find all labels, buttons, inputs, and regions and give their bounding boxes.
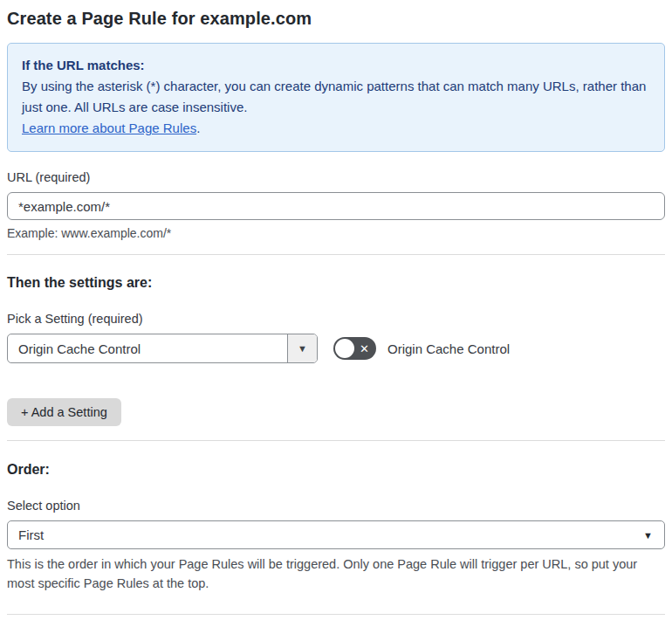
- caret-down-icon: ▼: [298, 343, 307, 354]
- settings-section-heading: Then the settings are:: [7, 275, 665, 291]
- setting-picker-row: Origin Cache Control ▼ ✕ Origin Cache Co…: [7, 334, 665, 363]
- info-box-body: By using the asterisk (*) character, you…: [22, 76, 650, 118]
- toggle-label: Origin Cache Control: [387, 341, 510, 356]
- info-box-link-line: Learn more about Page Rules.: [22, 118, 650, 139]
- url-input[interactable]: [7, 192, 665, 220]
- pick-setting-label: Pick a Setting (required): [7, 312, 665, 326]
- order-select-label: Select option: [7, 499, 665, 513]
- setting-select-value: Origin Cache Control: [8, 334, 287, 362]
- learn-more-link[interactable]: Learn more about Page Rules: [22, 121, 196, 135]
- origin-cache-control-toggle[interactable]: ✕: [333, 337, 376, 360]
- page-title: Create a Page Rule for example.com: [7, 9, 665, 29]
- toggle-knob: [335, 339, 354, 358]
- order-select-value: First: [18, 527, 44, 542]
- toggle-off-x-icon: ✕: [360, 343, 369, 355]
- setting-select[interactable]: Origin Cache Control ▼: [7, 334, 318, 363]
- order-section-heading: Order:: [7, 462, 665, 478]
- order-helper-text: This is the order in which your Page Rul…: [7, 555, 657, 593]
- info-box-heading: If the URL matches:: [22, 55, 650, 76]
- setting-select-caret-button[interactable]: ▼: [287, 334, 317, 362]
- url-match-info-box: If the URL matches: By using the asteris…: [7, 43, 665, 152]
- link-suffix: .: [196, 121, 200, 135]
- divider: [7, 440, 665, 441]
- add-setting-button[interactable]: + Add a Setting: [7, 398, 121, 426]
- caret-down-icon: ▼: [643, 530, 653, 541]
- order-select[interactable]: First ▼: [7, 520, 665, 549]
- divider: [7, 254, 665, 255]
- url-field-label: URL (required): [7, 170, 665, 184]
- create-page-rule-form: Create a Page Rule for example.com If th…: [0, 9, 672, 620]
- divider: [7, 614, 665, 615]
- url-example-helper: Example: www.example.com/*: [7, 226, 665, 240]
